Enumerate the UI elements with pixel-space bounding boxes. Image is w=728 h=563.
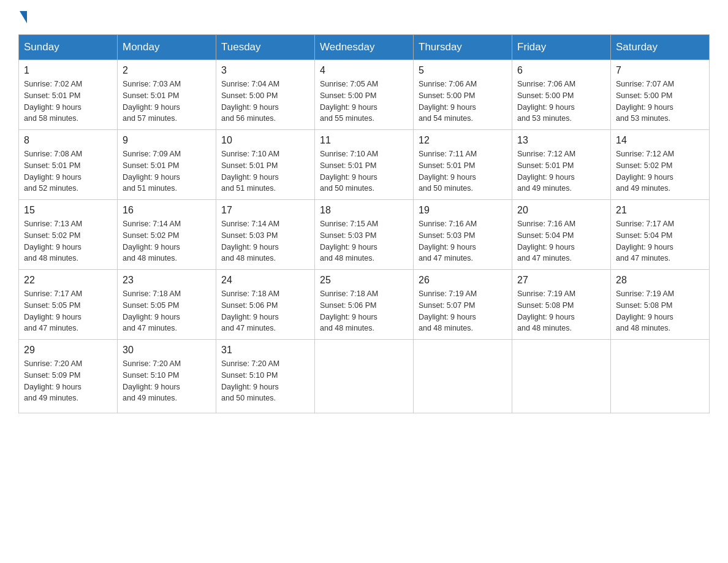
calendar-cell: 16Sunrise: 7:14 AM Sunset: 5:02 PM Dayli… [118,200,216,270]
day-number: 16 [123,205,211,216]
calendar-header-tuesday: Tuesday [216,35,315,60]
calendar-header-saturday: Saturday [611,35,710,60]
calendar-header-sunday: Sunday [19,35,118,60]
calendar-cell: 29Sunrise: 7:20 AM Sunset: 5:09 PM Dayli… [19,340,118,413]
calendar-header-thursday: Thursday [414,35,512,60]
calendar-week-row: 8Sunrise: 7:08 AM Sunset: 5:01 PM Daylig… [19,130,710,200]
calendar-cell: 17Sunrise: 7:14 AM Sunset: 5:03 PM Dayli… [216,200,315,270]
day-info: Sunrise: 7:06 AM Sunset: 5:00 PM Dayligh… [517,79,605,124]
day-info: Sunrise: 7:13 AM Sunset: 5:02 PM Dayligh… [24,218,112,264]
day-info: Sunrise: 7:18 AM Sunset: 5:06 PM Dayligh… [320,288,408,334]
day-info: Sunrise: 7:17 AM Sunset: 5:04 PM Dayligh… [616,218,704,264]
calendar-cell: 21Sunrise: 7:17 AM Sunset: 5:04 PM Dayli… [611,200,710,270]
day-number: 29 [24,345,112,356]
calendar-cell: 28Sunrise: 7:19 AM Sunset: 5:08 PM Dayli… [611,270,710,340]
day-number: 24 [221,275,309,286]
day-info: Sunrise: 7:10 AM Sunset: 5:01 PM Dayligh… [221,148,309,194]
day-number: 30 [123,345,211,356]
day-info: Sunrise: 7:19 AM Sunset: 5:08 PM Dayligh… [616,288,704,334]
calendar-cell: 4Sunrise: 7:05 AM Sunset: 5:00 PM Daylig… [315,60,414,130]
day-info: Sunrise: 7:19 AM Sunset: 5:08 PM Dayligh… [517,288,605,334]
calendar-cell: 25Sunrise: 7:18 AM Sunset: 5:06 PM Dayli… [315,270,414,340]
calendar-cell: 23Sunrise: 7:18 AM Sunset: 5:05 PM Dayli… [118,270,216,340]
day-number: 31 [221,345,309,356]
day-number: 9 [123,135,211,146]
day-info: Sunrise: 7:11 AM Sunset: 5:01 PM Dayligh… [419,148,507,194]
calendar-cell: 10Sunrise: 7:10 AM Sunset: 5:01 PM Dayli… [216,130,315,200]
calendar-cell [414,340,512,413]
day-number: 19 [419,205,507,216]
day-number: 23 [123,275,211,286]
day-info: Sunrise: 7:04 AM Sunset: 5:00 PM Dayligh… [221,79,309,124]
day-number: 14 [616,135,704,146]
day-info: Sunrise: 7:07 AM Sunset: 5:00 PM Dayligh… [616,79,704,124]
day-number: 13 [517,135,605,146]
calendar-cell: 5Sunrise: 7:06 AM Sunset: 5:00 PM Daylig… [414,60,512,130]
calendar-cell [512,340,611,413]
calendar-header-wednesday: Wednesday [315,35,414,60]
day-info: Sunrise: 7:15 AM Sunset: 5:03 PM Dayligh… [320,218,408,264]
day-info: Sunrise: 7:20 AM Sunset: 5:10 PM Dayligh… [221,358,309,404]
day-info: Sunrise: 7:20 AM Sunset: 5:10 PM Dayligh… [123,358,211,404]
day-number: 20 [517,205,605,216]
day-info: Sunrise: 7:17 AM Sunset: 5:05 PM Dayligh… [24,288,112,334]
day-info: Sunrise: 7:05 AM Sunset: 5:00 PM Dayligh… [320,79,408,124]
calendar-week-row: 15Sunrise: 7:13 AM Sunset: 5:02 PM Dayli… [19,200,710,270]
day-number: 5 [419,65,507,76]
calendar-cell: 30Sunrise: 7:20 AM Sunset: 5:10 PM Dayli… [118,340,216,413]
calendar-cell: 6Sunrise: 7:06 AM Sunset: 5:00 PM Daylig… [512,60,611,130]
day-number: 11 [320,135,408,146]
day-number: 3 [221,65,309,76]
calendar-cell: 26Sunrise: 7:19 AM Sunset: 5:07 PM Dayli… [414,270,512,340]
day-number: 25 [320,275,408,286]
calendar-cell: 15Sunrise: 7:13 AM Sunset: 5:02 PM Dayli… [19,200,118,270]
calendar-cell: 19Sunrise: 7:16 AM Sunset: 5:03 PM Dayli… [414,200,512,270]
calendar-table: SundayMondayTuesdayWednesdayThursdayFrid… [18,34,710,413]
day-number: 4 [320,65,408,76]
calendar-cell: 14Sunrise: 7:12 AM Sunset: 5:02 PM Dayli… [611,130,710,200]
day-info: Sunrise: 7:09 AM Sunset: 5:01 PM Dayligh… [123,148,211,194]
calendar-cell: 12Sunrise: 7:11 AM Sunset: 5:01 PM Dayli… [414,130,512,200]
day-number: 2 [123,65,211,76]
calendar-header-row: SundayMondayTuesdayWednesdayThursdayFrid… [19,35,710,60]
day-number: 6 [517,65,605,76]
calendar-cell: 2Sunrise: 7:03 AM Sunset: 5:01 PM Daylig… [118,60,216,130]
calendar-cell: 1Sunrise: 7:02 AM Sunset: 5:01 PM Daylig… [19,60,118,130]
calendar-cell [611,340,710,413]
day-number: 17 [221,205,309,216]
calendar-cell: 3Sunrise: 7:04 AM Sunset: 5:00 PM Daylig… [216,60,315,130]
calendar-cell: 7Sunrise: 7:07 AM Sunset: 5:00 PM Daylig… [611,60,710,130]
calendar-cell: 18Sunrise: 7:15 AM Sunset: 5:03 PM Dayli… [315,200,414,270]
calendar-week-row: 22Sunrise: 7:17 AM Sunset: 5:05 PM Dayli… [19,270,710,340]
day-info: Sunrise: 7:02 AM Sunset: 5:01 PM Dayligh… [24,79,112,124]
calendar-cell: 11Sunrise: 7:10 AM Sunset: 5:01 PM Dayli… [315,130,414,200]
day-info: Sunrise: 7:06 AM Sunset: 5:00 PM Dayligh… [419,79,507,124]
day-number: 18 [320,205,408,216]
calendar-week-row: 1Sunrise: 7:02 AM Sunset: 5:01 PM Daylig… [19,60,710,130]
day-info: Sunrise: 7:14 AM Sunset: 5:02 PM Dayligh… [123,218,211,264]
calendar-cell: 9Sunrise: 7:09 AM Sunset: 5:01 PM Daylig… [118,130,216,200]
logo-triangle-icon [20,11,27,23]
day-number: 27 [517,275,605,286]
day-info: Sunrise: 7:18 AM Sunset: 5:06 PM Dayligh… [221,288,309,334]
day-info: Sunrise: 7:20 AM Sunset: 5:09 PM Dayligh… [24,358,112,404]
calendar-header-friday: Friday [512,35,611,60]
day-number: 28 [616,275,704,286]
calendar-cell: 8Sunrise: 7:08 AM Sunset: 5:01 PM Daylig… [19,130,118,200]
day-info: Sunrise: 7:14 AM Sunset: 5:03 PM Dayligh… [221,218,309,264]
calendar-cell [315,340,414,413]
calendar-week-row: 29Sunrise: 7:20 AM Sunset: 5:09 PM Dayli… [19,340,710,413]
day-number: 26 [419,275,507,286]
day-info: Sunrise: 7:08 AM Sunset: 5:01 PM Dayligh… [24,148,112,194]
page-header [18,12,710,22]
calendar-cell: 20Sunrise: 7:16 AM Sunset: 5:04 PM Dayli… [512,200,611,270]
day-info: Sunrise: 7:03 AM Sunset: 5:01 PM Dayligh… [123,79,211,124]
logo [18,12,27,22]
day-number: 21 [616,205,704,216]
day-number: 1 [24,65,112,76]
day-info: Sunrise: 7:12 AM Sunset: 5:01 PM Dayligh… [517,148,605,194]
day-number: 15 [24,205,112,216]
calendar-cell: 22Sunrise: 7:17 AM Sunset: 5:05 PM Dayli… [19,270,118,340]
calendar-cell: 31Sunrise: 7:20 AM Sunset: 5:10 PM Dayli… [216,340,315,413]
day-info: Sunrise: 7:18 AM Sunset: 5:05 PM Dayligh… [123,288,211,334]
